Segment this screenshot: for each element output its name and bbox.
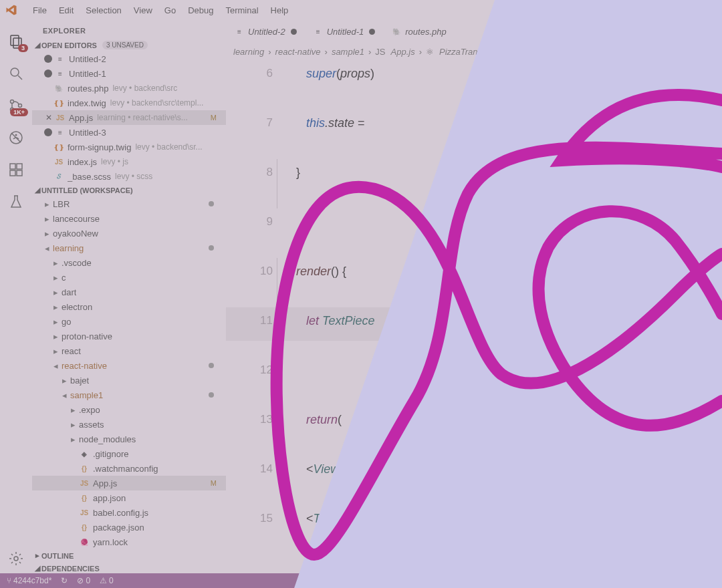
debug-icon[interactable] [0, 122, 32, 154]
tree-item[interactable]: ◂learning [32, 241, 226, 255]
file-label: App.js [69, 113, 93, 123]
tab[interactable]: 🐘routes.php [383, 20, 454, 43]
menu-selection[interactable]: Selection [80, 5, 127, 15]
tree-item[interactable]: 🧶yarn.lock [32, 535, 226, 549]
svg-line-3 [18, 76, 22, 80]
warnings-status[interactable]: ⚠0 [100, 576, 114, 585]
open-editor-item[interactable]: ≡Untitled-1 [32, 66, 226, 81]
line-number: 7 [226, 110, 273, 159]
menu-terminal[interactable]: Terminal [219, 5, 264, 15]
tree-item[interactable]: ▸bajet [32, 373, 226, 388]
code-area[interactable]: 6789101112131415 super(props) this.state… [226, 60, 722, 575]
test-icon[interactable] [0, 186, 32, 218]
item-label: dart [62, 287, 76, 297]
code-line[interactable]: let TextPiece [286, 307, 722, 357]
file-icon: {} [79, 463, 90, 474]
menu-file[interactable]: File [27, 5, 53, 15]
file-icon: ≡ [55, 127, 66, 138]
menu-edit[interactable]: Edit [53, 5, 80, 15]
workspace-header[interactable]: ◢ UNTITLED (WORKSPACE) [32, 184, 226, 196]
file-icon: JS [79, 478, 90, 488]
tree-item[interactable]: {}app.json [32, 490, 226, 505]
sync-status[interactable]: ↻ [61, 576, 68, 585]
code-line[interactable]: <View style [286, 456, 722, 505]
explorer-icon[interactable]: 3 [0, 25, 32, 57]
code-line[interactable]: super(props) [286, 60, 722, 110]
tree-item[interactable]: ▸.expo [32, 402, 226, 417]
outline-header[interactable]: ▸ OUTLINE [32, 549, 226, 562]
file-label: _base.scss [68, 172, 111, 182]
breadcrumb-item[interactable]: react-native [273, 47, 323, 57]
tree-item[interactable]: ▸LBR [32, 196, 226, 211]
tree-item[interactable]: {}.watchmanconfig [32, 461, 226, 476]
chevron-icon: ▸ [45, 229, 51, 239]
tree-item[interactable]: ▸go [32, 314, 226, 329]
item-label: react-native [62, 361, 107, 371]
open-editor-item[interactable]: ❴❵form-signup.twiglevy • backend\sr... [32, 140, 226, 154]
tree-item[interactable]: ▸proton-native [32, 329, 226, 343]
tree-item[interactable]: ◂sample1 [32, 388, 226, 402]
svg-rect-11 [17, 164, 22, 169]
open-editors-header[interactable]: ◢ OPEN EDITORS 3 UNSAVED [32, 39, 226, 51]
breadcrumb-item[interactable]: App.js [389, 47, 417, 57]
breadcrumb[interactable]: learning›react-native›sample1›JSApp.js›⚛… [226, 43, 722, 60]
extensions-icon[interactable] [0, 154, 32, 186]
item-label: .gitignore [93, 449, 128, 459]
tree-item[interactable]: ▸node_modules [32, 432, 226, 446]
tree-item[interactable]: ◈.gitignore [32, 446, 226, 461]
line-number: 8 [226, 159, 273, 208]
vscode-logo-icon [5, 4, 17, 16]
tree-item[interactable]: ▸assets [32, 417, 226, 432]
menu-debug[interactable]: Debug [182, 5, 219, 15]
tree-item[interactable]: ▸c [32, 270, 226, 285]
code-line[interactable]: render() { [277, 258, 722, 307]
file-path: learning • react-native\s... [97, 113, 188, 122]
menu-go[interactable]: Go [158, 5, 182, 15]
tree-item[interactable]: ▸oyakooNew [32, 226, 226, 241]
scm-icon[interactable]: 1K+ [0, 90, 32, 122]
errors-status[interactable]: ⊘0 [77, 576, 90, 585]
unsaved-dot-icon [44, 128, 52, 136]
code-line[interactable] [286, 357, 722, 406]
code-line[interactable]: <TextInpu [286, 505, 722, 555]
open-editor-item[interactable]: 𝓢_base.scsslevy • scss [32, 169, 226, 184]
close-icon[interactable]: ✕ [44, 113, 53, 122]
open-editor-item[interactable]: JSindex.jslevy • js [32, 154, 226, 169]
tree-item[interactable]: ▸dart [32, 285, 226, 299]
warning-icon: ⚠ [100, 576, 107, 585]
tree-item[interactable]: ▸electron [32, 299, 226, 314]
tree-item[interactable]: ▸lancecourse [32, 211, 226, 226]
open-editor-item[interactable]: ≡Untitled-2 [32, 51, 226, 66]
file-path: levy • backend\src\templ... [110, 98, 204, 108]
item-label: assets [79, 420, 104, 430]
code-line[interactable] [286, 208, 722, 258]
menu-view[interactable]: View [128, 5, 158, 15]
menu-help[interactable]: Help [265, 5, 295, 15]
code-line[interactable]: return( [286, 406, 722, 456]
code-line[interactable]: this.state = [286, 110, 722, 159]
settings-icon[interactable] [0, 543, 32, 575]
tree-item[interactable]: {}package.json [32, 520, 226, 535]
tree-item[interactable]: JSbabel.config.js [32, 505, 226, 520]
item-label: .watchmanconfig [93, 464, 158, 474]
open-editor-item[interactable]: ✕JSApp.jslearning • react-native\s...M [32, 110, 226, 125]
breadcrumb-item[interactable]: learning [231, 47, 266, 57]
open-editor-item[interactable]: 🐘routes.phplevy • backend\src [32, 81, 226, 96]
breadcrumb-item[interactable]: sample1 [330, 47, 366, 57]
open-editor-item[interactable]: ≡Untitled-3 [32, 125, 226, 140]
breadcrumb-item[interactable]: PizzaTranslat [437, 47, 493, 57]
tree-item[interactable]: ◂react-native [32, 358, 226, 373]
code-line[interactable]: } [277, 159, 722, 208]
tab[interactable]: ≡Untitled-2 [226, 20, 305, 43]
search-icon[interactable] [0, 57, 32, 90]
open-editor-item[interactable]: ❴❵index.twiglevy • backend\src\templ... [32, 96, 226, 110]
tree-item[interactable]: ▸react [32, 343, 226, 358]
file-label: Untitled-3 [69, 128, 106, 138]
tab[interactable]: ≡Untitled-1 [305, 20, 384, 43]
branch-status[interactable]: ⑂4244c7bd* [7, 576, 51, 585]
branch-icon: ⑂ [7, 576, 11, 585]
code-lines[interactable]: super(props) this.state = } render() { l… [286, 60, 722, 575]
tree-item[interactable]: ▸.vscode [32, 255, 226, 270]
tree-item[interactable]: JSApp.jsM [32, 476, 226, 490]
chevron-icon: ▸ [53, 273, 60, 283]
